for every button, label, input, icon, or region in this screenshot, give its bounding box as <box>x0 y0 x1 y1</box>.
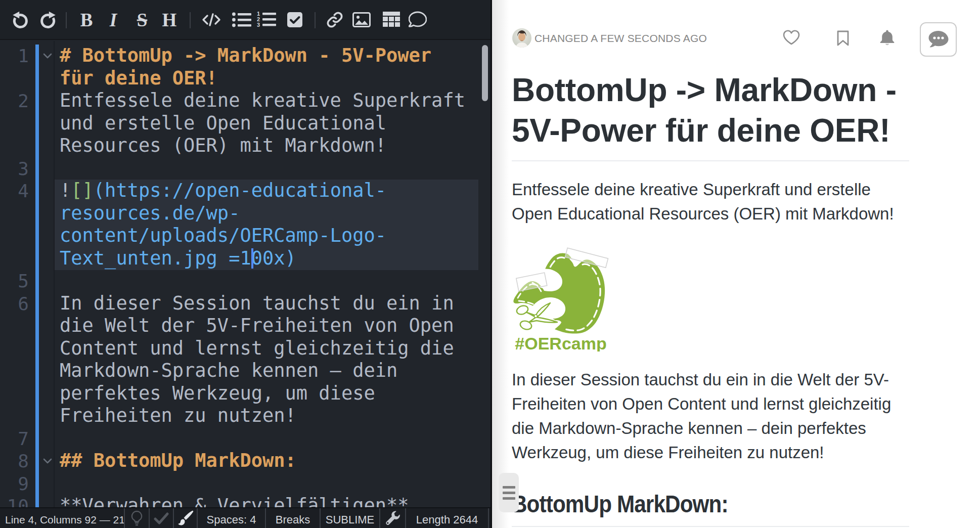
statusbar-lightbulb-icon[interactable] <box>124 508 149 528</box>
code-token: ! <box>60 180 71 201</box>
toolbar-comment-icon[interactable] <box>409 11 427 28</box>
editor-pane: BISH123 1# BottomUp -> MarkDown - 5V-Pow… <box>0 0 491 528</box>
editor-line[interactable]: Text_unten.jpg =100x) <box>0 247 491 270</box>
editor-line[interactable]: resources.de/wp- <box>0 202 491 225</box>
section-heading-text: BottomUp MarkDown: <box>512 489 728 519</box>
code-token: Markdown-Sprache kennen – dein <box>60 360 397 381</box>
code-token: Entfessele deine kreative Superkraft <box>60 90 465 111</box>
line-text: Entfessele deine kreative Superkraft <box>60 90 465 112</box>
line-text: für deine OER! <box>60 67 217 90</box>
split-resize-handle[interactable] <box>499 473 519 512</box>
text-line: 5V-Power für deine OER! <box>512 112 890 149</box>
text-line: BottomUp -> MarkDown - <box>512 72 897 108</box>
line-background <box>55 270 478 292</box>
statusbar-keymap[interactable]: SUBLIME <box>320 508 379 528</box>
handle-bar <box>503 486 515 489</box>
toolbar-undo-icon[interactable] <box>12 11 30 29</box>
line-number: 3 <box>0 157 29 180</box>
code-token: für deine OER! <box>60 67 217 89</box>
editor-line[interactable]: 7 <box>0 427 491 450</box>
line-number: 5 <box>0 270 29 292</box>
statusbar-brush-icon[interactable] <box>173 508 197 528</box>
editor-line[interactable]: 10**Verwahren & Vervielfältigen** <box>0 495 491 507</box>
editor-line[interactable]: Freiheiten zu nutzen! <box>0 405 491 427</box>
toolbar-list-ol-icon[interactable]: 123 <box>257 11 276 28</box>
editor-line[interactable]: 8## BottomUp MarkDown: <box>0 450 491 472</box>
editor-line[interactable]: perfektes Werkzeug, um diese <box>0 382 491 405</box>
statusbar-check-icon[interactable] <box>149 508 173 528</box>
fold-chevron-icon[interactable] <box>41 45 54 67</box>
code-token: resources.de/wp- <box>60 202 240 224</box>
line-text: Resources (OER) mit Markdown! <box>60 135 386 157</box>
line-text: und erstelle Open Educational <box>60 112 386 135</box>
line-number: 6 <box>0 292 29 315</box>
editor-line[interactable]: 2Entfessele deine kreative Superkraft <box>0 90 491 112</box>
editor-line[interactable]: 6In dieser Session tauchst du ein in <box>0 292 491 315</box>
text-line: die Markdown-Sprache kennen – dein perfe… <box>512 419 866 437</box>
code-token: ## BottomUp MarkDown: <box>60 450 296 471</box>
code-token: die Welt der 5V-Freiheiten von Open <box>60 315 454 336</box>
code-token: In dieser Session tauchst du ein in <box>60 292 454 314</box>
rendered-markdown: BottomUp -> MarkDown -5V-Power für deine… <box>512 0 909 528</box>
text-cursor <box>251 248 253 269</box>
editor-line[interactable]: 4![](https://open-educational- <box>0 180 491 202</box>
editor-line[interactable]: die Welt der 5V-Freiheiten von Open <box>0 315 491 337</box>
statusbar-spaces[interactable]: Spaces: 4 <box>197 508 265 528</box>
editor-line[interactable]: für deine OER! <box>0 67 491 90</box>
editor-line[interactable]: content/uploads/OERCamp-Logo- <box>0 225 491 247</box>
code-token: Text_unten.jpg =100x) <box>60 247 296 269</box>
line-text: Text_unten.jpg =100x) <box>60 247 296 270</box>
section-heading: BottomUp MarkDown: <box>512 489 909 527</box>
toolbar-strikethrough-button[interactable]: S <box>137 10 148 29</box>
editor-line[interactable]: 1# BottomUp -> MarkDown - 5V-Power <box>0 45 491 67</box>
code-editor[interactable]: 1# BottomUp -> MarkDown - 5V-Powerfür de… <box>0 41 491 507</box>
toolbar-separator <box>315 12 316 28</box>
toolbar-italic-button[interactable]: I <box>110 10 117 29</box>
text-line: Werkzeug, um diese Freiheiten zu nutzen! <box>512 443 824 462</box>
toolbar-heading-button[interactable]: H <box>162 10 177 29</box>
cursor-position-label: Line 4, Columns 92 — 21 <box>0 508 124 528</box>
editor-line[interactable]: Resources (OER) mit Markdown! <box>0 135 491 157</box>
toolbar-separator <box>66 12 67 28</box>
toolbar-table-icon[interactable] <box>383 12 400 28</box>
code-token: und erstelle Open Educational <box>60 112 386 134</box>
editor-line[interactable]: 5 <box>0 270 491 292</box>
line-number: 2 <box>0 90 29 112</box>
line-number: 7 <box>0 427 29 450</box>
line-text: perfektes Werkzeug, um diese <box>60 382 375 405</box>
line-text: # BottomUp -> MarkDown - 5V-Power <box>60 45 431 67</box>
editor-line[interactable]: Content und lernst gleichzeitig die <box>0 337 491 360</box>
split-shadow <box>492 0 509 528</box>
toolbar-image-icon[interactable] <box>352 12 371 27</box>
statusbar-wrench-icon[interactable] <box>379 508 405 528</box>
paragraph-session: In dieser Session tauchst du ein in die … <box>512 368 909 465</box>
statusbar-breaks[interactable]: Breaks <box>265 508 320 528</box>
code-token: Resources (OER) mit Markdown! <box>60 135 386 156</box>
line-text: Markdown-Sprache kennen – dein <box>60 360 397 382</box>
code-token: # BottomUp -> MarkDown - 5V-Power <box>60 45 431 66</box>
code-token: **Verwahren & Vervielfältigen** <box>60 495 409 507</box>
editor-scrollbar[interactable] <box>482 45 488 101</box>
toolbar-link-icon[interactable] <box>326 11 343 28</box>
code-token: Freiheiten zu nutzen! <box>60 405 296 426</box>
line-text: Freiheiten zu nutzen! <box>60 405 296 427</box>
editor-line[interactable]: Markdown-Sprache kennen – dein <box>0 360 491 382</box>
toolbar-bold-button[interactable]: B <box>80 10 93 29</box>
editor-toolbar: BISH123 <box>0 0 491 40</box>
toolbar-list-ul-icon[interactable] <box>232 12 251 28</box>
code-token: [] <box>71 180 94 201</box>
toolbar-redo-icon[interactable] <box>38 11 57 29</box>
line-background <box>55 157 478 180</box>
editor-line[interactable]: 3 <box>0 157 491 180</box>
oercamp-logo-image: #OERcamp <box>512 242 909 351</box>
line-text: content/uploads/OERCamp-Logo- <box>60 225 386 247</box>
fold-chevron-icon[interactable] <box>41 450 54 472</box>
toolbar-check-square-icon[interactable] <box>287 12 303 28</box>
editor-line[interactable]: 9 <box>0 472 491 495</box>
line-background <box>55 472 478 495</box>
toolbar-code-icon[interactable] <box>201 12 221 27</box>
editor-statusbar: Line 4, Columns 92 — 21Spaces: 4BreaksSU… <box>0 507 491 528</box>
editor-line[interactable]: und erstelle Open Educational <box>0 112 491 135</box>
preview-pane: CHANGED A FEW SECONDS AGO BottomUp -> Ma… <box>491 0 980 528</box>
comment-button[interactable] <box>920 22 957 57</box>
